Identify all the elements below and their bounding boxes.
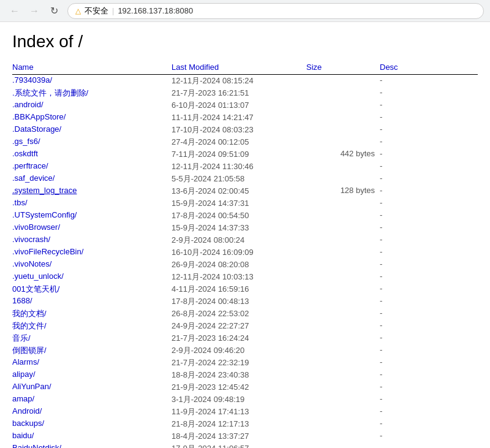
- file-size-cell: [306, 344, 380, 357]
- file-link[interactable]: .perftrace/: [12, 161, 48, 170]
- file-link[interactable]: 001文笔天机/: [12, 284, 59, 294]
- file-link[interactable]: 我的文档/: [12, 309, 47, 318]
- file-link[interactable]: backups/: [12, 419, 44, 428]
- file-modified-cell: 16-10月-2024 16:09:09: [172, 246, 306, 259]
- file-modified-cell: 12-11月-2024 10:03:13: [172, 271, 306, 283]
- file-desc-cell: -: [380, 418, 478, 430]
- file-link[interactable]: .oskdtft: [12, 149, 38, 158]
- file-link[interactable]: AliYunPan/: [12, 382, 51, 391]
- file-name-cell: .oskdtft: [12, 148, 172, 161]
- file-modified-cell: 15-9月-2024 14:37:33: [172, 222, 306, 234]
- file-name-cell: BaiduNetdisk/: [12, 442, 172, 448]
- table-row: baidu/18-4月-2024 13:37:27-: [12, 430, 478, 442]
- table-row: .vivoBrowser/15-9月-2024 14:37:33-: [12, 222, 478, 234]
- file-modified-cell: 18-8月-2024 23:40:38: [172, 369, 306, 381]
- file-name-cell: baidu/: [12, 430, 172, 442]
- col-modified-link[interactable]: Last Modified: [172, 63, 219, 72]
- file-size-cell: [306, 112, 380, 124]
- file-link[interactable]: .系统文件，请勿删除/: [12, 88, 88, 97]
- file-link[interactable]: amap/: [12, 394, 34, 403]
- file-name-cell: .vivocrash/: [12, 234, 172, 246]
- file-link[interactable]: .vivoBrowser/: [12, 222, 60, 232]
- file-link[interactable]: 倒图锁屏/: [12, 346, 47, 355]
- file-table: Name Last Modified Size Desc .7934039a/1…: [12, 61, 478, 448]
- page-heading: Index of /: [12, 32, 478, 51]
- file-link[interactable]: .tbs/: [12, 198, 28, 207]
- file-link[interactable]: .BBKAppStore/: [12, 112, 66, 121]
- file-link[interactable]: .UTSystemConfig/: [12, 210, 77, 219]
- file-size-cell: [306, 173, 380, 185]
- file-desc-cell: -: [380, 112, 478, 124]
- file-link[interactable]: 1688/: [12, 296, 32, 305]
- col-name: Name: [12, 61, 172, 75]
- file-name-cell: backups/: [12, 418, 172, 430]
- file-link[interactable]: .yuetu_unlock/: [12, 271, 64, 281]
- file-desc-cell: -: [380, 87, 478, 99]
- file-table-body: .7934039a/12-11月-2024 08:15:24-.系统文件，请勿删…: [12, 75, 478, 449]
- file-link[interactable]: .DataStorage/: [12, 124, 61, 134]
- file-modified-cell: 21-8月-2024 12:17:13: [172, 418, 306, 430]
- file-size-cell: [306, 259, 380, 271]
- file-size-cell: [306, 381, 380, 393]
- file-link[interactable]: Alarms/: [12, 357, 39, 366]
- file-name-cell: Android/: [12, 406, 172, 418]
- table-row: .DataStorage/17-10月-2024 08:03:23-: [12, 124, 478, 136]
- file-link[interactable]: .7934039a/: [12, 75, 52, 85]
- table-row: BaiduNetdisk/17-9月-2024 11:06:57-: [12, 442, 478, 448]
- file-modified-cell: 24-9月-2024 22:27:27: [172, 320, 306, 332]
- table-row: .android/6-10月-2024 01:13:07-: [12, 99, 478, 112]
- file-desc-cell: -: [380, 222, 478, 234]
- table-row: .gs_fs6/27-4月-2024 00:12:05-: [12, 136, 478, 148]
- col-desc-link[interactable]: Desc: [380, 63, 398, 72]
- forward-button[interactable]: →: [26, 2, 43, 20]
- file-modified-cell: 6-10月-2024 01:13:07: [172, 99, 306, 112]
- file-size-cell: [306, 308, 380, 320]
- table-row: 1688/17-8月-2024 00:48:13-: [12, 295, 478, 308]
- file-modified-cell: 26-8月-2024 22:53:02: [172, 308, 306, 320]
- file-link[interactable]: baidu/: [12, 431, 34, 440]
- file-link[interactable]: 我的文件/: [12, 321, 47, 330]
- table-row: .yuetu_unlock/12-11月-2024 10:03:13-: [12, 271, 478, 283]
- file-name-cell: AliYunPan/: [12, 381, 172, 393]
- file-name-cell: .perftrace/: [12, 161, 172, 173]
- file-modified-cell: 26-9月-2024 08:20:08: [172, 259, 306, 271]
- file-name-cell: .vivoNotes/: [12, 259, 172, 271]
- file-modified-cell: 13-6月-2024 02:00:45: [172, 185, 306, 197]
- file-modified-cell: 3-1月-2024 09:48:19: [172, 393, 306, 406]
- file-link[interactable]: .gs_fs6/: [12, 137, 40, 146]
- file-desc-cell: -: [380, 210, 478, 222]
- file-link[interactable]: Android/: [12, 406, 42, 416]
- file-size-cell: [306, 357, 380, 369]
- file-link[interactable]: .saf_device/: [12, 173, 55, 183]
- file-desc-cell: -: [380, 271, 478, 283]
- file-link[interactable]: 音乐/: [12, 333, 31, 343]
- file-modified-cell: 12-11月-2024 11:30:46: [172, 161, 306, 173]
- file-name-cell: 001文笔天机/: [12, 283, 172, 295]
- file-link[interactable]: .vivocrash/: [12, 235, 50, 244]
- file-modified-cell: 17-10月-2024 08:03:23: [172, 124, 306, 136]
- file-link[interactable]: .vivoNotes/: [12, 259, 51, 268]
- file-link[interactable]: .android/: [12, 100, 43, 109]
- back-button[interactable]: ←: [6, 2, 23, 20]
- reload-button[interactable]: ↻: [45, 2, 62, 20]
- file-link[interactable]: .system_log_trace: [12, 186, 77, 195]
- file-desc-cell: -: [380, 332, 478, 344]
- file-name-cell: Alarms/: [12, 357, 172, 369]
- file-desc-cell: -: [380, 357, 478, 369]
- file-desc-cell: -: [380, 136, 478, 148]
- file-desc-cell: -: [380, 75, 478, 88]
- table-row: 001文笔天机/4-11月-2024 16:59:16-: [12, 283, 478, 295]
- col-size-link[interactable]: Size: [306, 63, 322, 72]
- file-desc-cell: -: [380, 442, 478, 448]
- file-link[interactable]: .vivoFileRecycleBin/: [12, 247, 83, 256]
- file-modified-cell: 17-8月-2024 00:54:50: [172, 210, 306, 222]
- address-bar[interactable]: △ 不安全 | 192.168.137.18:8080: [67, 3, 484, 19]
- col-name-link[interactable]: Name: [12, 63, 34, 72]
- file-desc-cell: -: [380, 161, 478, 173]
- file-size-cell: [306, 234, 380, 246]
- file-desc-cell: -: [380, 185, 478, 197]
- file-desc-cell: -: [380, 295, 478, 308]
- file-link[interactable]: alipay/: [12, 370, 36, 379]
- file-link[interactable]: BaiduNetdisk/: [12, 443, 61, 448]
- table-row: Alarms/21-7月-2024 22:32:19-: [12, 357, 478, 369]
